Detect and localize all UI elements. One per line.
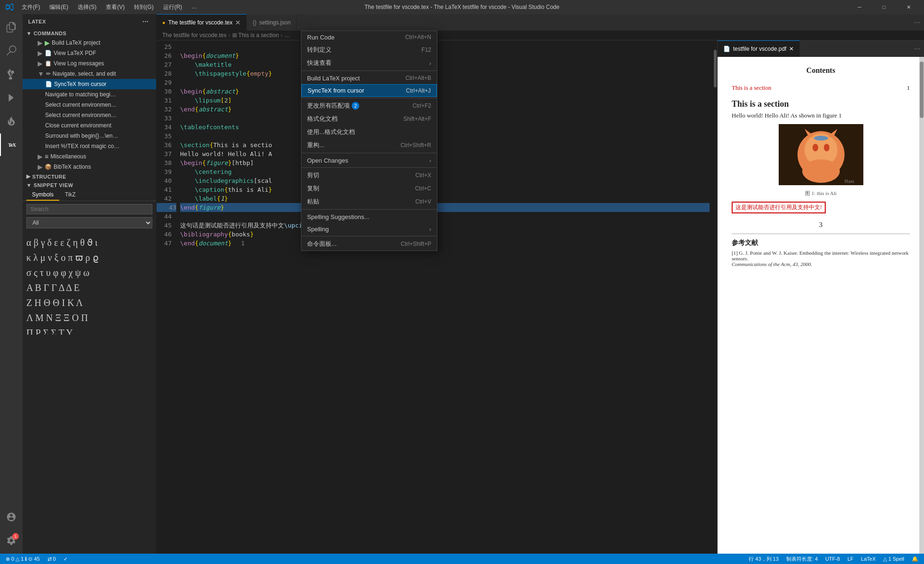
pdf-tab-close[interactable]: ✕: [789, 46, 794, 52]
activity-accounts[interactable]: [0, 506, 23, 528]
status-position[interactable]: 行 43，列 13: [747, 556, 781, 563]
ctx-copy[interactable]: 复制 Ctrl+C: [301, 182, 437, 195]
bibtex-item[interactable]: ▶ 📦 BibTeX actions: [23, 162, 156, 172]
ctx-command-palette-label: 命令面板...: [307, 240, 337, 248]
pdf-ref-entry: [1] G. J. Pottie and W. J. Kaiser. Embed…: [732, 250, 910, 267]
activity-run[interactable]: [0, 86, 23, 109]
activity-latex[interactable]: TeX: [0, 133, 23, 156]
ctx-change-all[interactable]: 更改所有匹配项 2 Ctrl+F2: [301, 99, 437, 112]
maximize-button[interactable]: □: [873, 0, 895, 14]
build-latex-item[interactable]: ▶ ▶ Build LaTeX project: [23, 38, 156, 48]
pdf-tab-more[interactable]: ···: [910, 45, 924, 53]
status-language[interactable]: LaTeX: [859, 556, 877, 562]
commands-label: COMMANDS: [33, 31, 66, 36]
code-line-37: Hello world! Hello Ali! A: [180, 149, 710, 158]
activity-search[interactable]: [0, 39, 23, 62]
ctx-cut-shortcut: Ctrl+X: [415, 172, 431, 179]
ctx-spelling-suggestions[interactable]: Spelling Suggestions...: [301, 211, 437, 223]
ctx-command-palette[interactable]: 命令面板... Ctrl+Shift+P: [301, 237, 437, 251]
svg-point-6: [824, 144, 829, 151]
breadcrumb-file[interactable]: The testfile for vscode.tex: [162, 32, 227, 39]
ctx-format-doc[interactable]: 格式化文档 Shift+Alt+F: [301, 112, 437, 125]
snippet-filter-select[interactable]: All: [26, 217, 152, 228]
symbol-row-4: Α Β Γ Γ Δ Δ Ε: [26, 280, 152, 295]
activity-extensions[interactable]: [0, 110, 23, 133]
menu-goto[interactable]: 转到(G): [130, 2, 157, 12]
code-line-33: [180, 114, 710, 123]
tab-tikz[interactable]: TikZ: [59, 189, 81, 201]
pdf-section-title: This is a section: [732, 99, 910, 109]
ctx-copy-label: 复制: [307, 184, 319, 193]
menu-view[interactable]: 查看(V): [102, 2, 128, 12]
view-log-item[interactable]: ▶ 📋 View Log messages: [23, 58, 156, 69]
menu-selection[interactable]: 选择(S): [74, 2, 100, 12]
symbol-row-6: Λ Μ Ν Ξ Ξ Ο Π: [26, 310, 152, 325]
tab-settings[interactable]: {} settings.json: [247, 14, 297, 31]
ctx-paste[interactable]: 粘贴 Ctrl+V: [301, 195, 437, 208]
tab-settings-label: settings.json: [259, 19, 291, 26]
menu-run[interactable]: 运行(R): [159, 2, 186, 12]
pdf-tab[interactable]: 📄 testfile for vscode.pdf ✕: [718, 40, 800, 57]
ctx-refactor[interactable]: 重构... Ctrl+Shift+R: [301, 139, 437, 152]
structure-header[interactable]: ▶ STRUCTURE: [23, 172, 156, 181]
close-env-item[interactable]: Close current environment: [23, 120, 156, 131]
tab-symbols[interactable]: Symbols: [26, 189, 59, 201]
minimize-button[interactable]: ─: [849, 0, 870, 14]
breadcrumb-section[interactable]: ⊞ This is a section: [232, 32, 279, 39]
bibtex-label: BibTeX actions: [54, 164, 91, 170]
misc-item[interactable]: ▶ ≡ Miscellaneous: [23, 151, 156, 162]
tab-tex[interactable]: ● The testfile for vscode.tex ✕: [157, 14, 247, 31]
editor-scrollbar[interactable]: [713, 40, 717, 554]
insert-magic-item[interactable]: Insert %!TEX root magic co…: [23, 141, 156, 151]
tab-tex-close[interactable]: ✕: [235, 19, 241, 26]
status-check[interactable]: ✓: [62, 556, 70, 562]
pdf-content: Contents This is a section 1 This is a s…: [718, 57, 924, 554]
menu-file[interactable]: 文件(F): [18, 2, 44, 12]
menu-more[interactable]: …: [188, 2, 201, 12]
ctx-open-changes[interactable]: Open Changes ›: [301, 154, 437, 166]
ctx-build-latex[interactable]: Build LaTeX project Ctrl+Alt+B: [301, 72, 437, 84]
surround-item[interactable]: Surround with begin{}…\en…: [23, 131, 156, 141]
activity-explorer[interactable]: [0, 16, 23, 39]
code-line-45: 这句话是测试能否进行引用及支持中文\upcite{1}。: [180, 221, 710, 230]
ctx-goto-def[interactable]: 转到定义 F12: [301, 43, 437, 56]
status-sync[interactable]: ⇄ 0: [46, 556, 58, 562]
ctx-cut[interactable]: 剪切 Ctrl+X: [301, 169, 437, 182]
navigate-item[interactable]: ▼ ✏ Navigate, select, and edit: [23, 69, 156, 79]
status-errors[interactable]: ⊗ 0 △ 1 ℹ ⊙ 45: [4, 556, 42, 562]
snippet-symbols-grid: α β γ δ ε ε ζ η θ ϑ ι κ λ μ ν ξ ο π ϖ ρ …: [23, 231, 156, 335]
snippet-search-input[interactable]: [26, 204, 152, 214]
synctex-item[interactable]: 📄 SyncTeX from cursor: [23, 79, 156, 89]
navigate-chevron-icon: ▼: [38, 70, 44, 78]
close-button[interactable]: ✕: [898, 0, 919, 14]
window-title: The testfile for vscode.tex - The LaTeX …: [364, 4, 559, 10]
ctx-quick-view[interactable]: 快速查看 ›: [301, 56, 437, 70]
commands-header[interactable]: ▼ COMMANDS: [23, 29, 156, 38]
sidebar-header: LATEX ···: [23, 14, 156, 29]
menu-edit[interactable]: 编辑(E): [46, 2, 72, 12]
status-encoding[interactable]: UTF-8: [823, 556, 842, 562]
select-env2-item[interactable]: Select current environmen…: [23, 110, 156, 120]
ctx-synctex[interactable]: SyncTeX from cursor Ctrl+Alt+J: [301, 84, 437, 97]
activity-source-control[interactable]: [0, 63, 23, 86]
snippet-header[interactable]: ▼ SNIPPET VIEW: [23, 181, 156, 189]
ctx-run-code[interactable]: Run Code Ctrl+Alt+N: [301, 31, 437, 43]
ctx-spelling[interactable]: Spelling ›: [301, 223, 437, 235]
status-spell[interactable]: △ 1 Spell: [881, 556, 906, 562]
status-tab-size[interactable]: 制表符长度: 4: [784, 556, 820, 563]
code-content[interactable]: \begin{document} \maketitle \thispagesty…: [176, 40, 713, 554]
status-notifications[interactable]: 🔔: [910, 556, 920, 562]
nav-matching-item[interactable]: Navigate to matching begi…: [23, 89, 156, 100]
select-env1-item[interactable]: Select current environmen…: [23, 100, 156, 110]
tab-more-button[interactable]: ···: [910, 18, 924, 27]
check-icon: ✓: [63, 556, 68, 562]
ctx-format-with[interactable]: 使用...格式化文档: [301, 125, 437, 139]
pdf-scrollbar[interactable]: [919, 57, 924, 554]
pdf-tab-icon: 📄: [723, 46, 730, 52]
status-line-ending[interactable]: LF: [845, 556, 855, 562]
activity-settings[interactable]: 1: [0, 529, 23, 552]
sidebar-more-icon[interactable]: ···: [141, 17, 150, 26]
breadcrumb-more[interactable]: …: [284, 32, 290, 39]
view-pdf-item[interactable]: ▶ 📄 View LaTeX PDF: [23, 48, 156, 58]
log-icon: 📋: [45, 60, 52, 67]
